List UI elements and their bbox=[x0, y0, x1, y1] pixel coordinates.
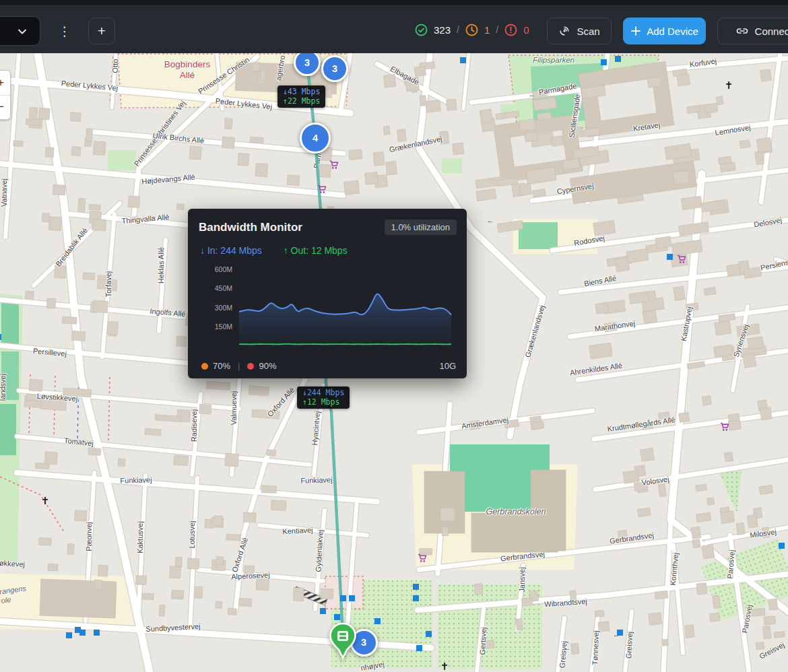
out-rate: ↑ Out: 12 Mbps bbox=[284, 245, 348, 256]
crit-threshold: 90% bbox=[259, 361, 276, 371]
device-square-marker[interactable] bbox=[460, 57, 466, 63]
device-square-marker[interactable] bbox=[320, 608, 326, 614]
warn-threshold: 70% bbox=[213, 361, 230, 371]
window-strip bbox=[0, 0, 788, 5]
supermarket-icon bbox=[317, 184, 327, 197]
in-rate: ↓ In: 244 Mbps bbox=[200, 245, 262, 256]
bandwidth-label: ↓244 Mbps↑12 Mbps bbox=[297, 387, 350, 409]
supermarket-icon bbox=[720, 422, 729, 434]
status-separator: / bbox=[496, 24, 498, 35]
device-square-marker[interactable] bbox=[615, 56, 621, 62]
plus-icon bbox=[630, 26, 641, 36]
device-square-marker[interactable] bbox=[79, 630, 86, 636]
device-square-marker[interactable] bbox=[374, 618, 381, 624]
clock-icon bbox=[465, 24, 478, 36]
scan-label: Scan bbox=[577, 26, 599, 37]
add-device-label: Add Device bbox=[647, 26, 698, 37]
bandwidth-chart: 600M450M300M150M bbox=[188, 263, 467, 351]
status-separator: / bbox=[457, 24, 459, 35]
church-cross-icon: ✝ bbox=[725, 79, 733, 92]
svg-text:450M: 450M bbox=[215, 284, 232, 292]
device-square-marker[interactable] bbox=[426, 631, 432, 637]
connect-label: Connect bbox=[755, 26, 788, 37]
link-icon bbox=[735, 25, 749, 37]
device-square-marker[interactable] bbox=[601, 59, 607, 65]
radar-icon bbox=[558, 25, 570, 37]
rate-summary: ↓ In: 244 Mbps ↑ Out: 12 Mbps bbox=[200, 245, 348, 256]
zoom-in-button[interactable]: + bbox=[0, 71, 10, 95]
bandwidth-monitor-popup: Bandwidth Monitor 1.0% utilization ↓ In:… bbox=[188, 209, 467, 378]
add-device-button[interactable]: Add Device bbox=[623, 18, 706, 44]
chevron-down-icon bbox=[17, 26, 28, 37]
device-square-marker[interactable] bbox=[94, 630, 100, 636]
ok-count: 323 bbox=[434, 24, 451, 36]
legend-divider: | bbox=[238, 361, 240, 371]
scan-button[interactable]: Scan bbox=[547, 18, 612, 44]
device-square-marker[interactable] bbox=[340, 595, 346, 601]
utilization-badge: 1.0% utilization bbox=[385, 220, 457, 235]
device-square-marker[interactable] bbox=[413, 595, 419, 601]
connect-button[interactable]: Connect bbox=[717, 18, 788, 44]
device-cluster-marker[interactable]: 3 bbox=[294, 49, 321, 76]
supermarket-icon bbox=[418, 553, 427, 566]
device-square-marker[interactable] bbox=[416, 645, 422, 651]
svg-text:600M: 600M bbox=[215, 265, 232, 273]
warn-dot-icon bbox=[201, 363, 208, 370]
device-cluster-marker[interactable]: 3 bbox=[321, 55, 348, 82]
device-square-marker[interactable] bbox=[66, 632, 72, 638]
add-tab-button[interactable]: + bbox=[88, 18, 115, 44]
church-cross-icon: ✝ bbox=[41, 495, 50, 507]
device-square-marker[interactable] bbox=[349, 595, 355, 601]
popup-title: Bandwidth Monitor bbox=[199, 221, 302, 234]
link-capacity: 10G bbox=[439, 361, 456, 371]
device-square-marker[interactable] bbox=[0, 334, 1, 340]
device-square-marker[interactable] bbox=[413, 584, 419, 590]
bandwidth-label: ↓43 Mbps↑22 Mbps bbox=[277, 86, 325, 108]
oneway-arrow-icon: ← bbox=[613, 630, 620, 638]
zoom-out-button[interactable]: − bbox=[0, 96, 10, 120]
map-zoom-control: + − bbox=[0, 70, 11, 120]
check-circle-icon bbox=[415, 24, 428, 36]
church-cross-icon: ✝ bbox=[440, 661, 449, 672]
device-status-summary: 323 / 1 / 0 bbox=[415, 6, 529, 53]
svg-text:300M: 300M bbox=[215, 304, 232, 312]
svg-text:150M: 150M bbox=[215, 323, 232, 331]
alert-circle-icon bbox=[504, 24, 517, 36]
threshold-legend: 70% | 90% 10G bbox=[201, 361, 456, 371]
top-toolbar: ⋮ + 323 / 1 / 0 Scan bbox=[0, 5, 788, 53]
pending-count: 1 bbox=[484, 24, 490, 36]
device-square-marker[interactable] bbox=[667, 254, 673, 260]
layers-dropdown-button[interactable] bbox=[0, 16, 40, 46]
supermarket-icon bbox=[329, 160, 339, 172]
device-square-marker[interactable] bbox=[334, 614, 340, 620]
device-pin-marker[interactable] bbox=[328, 622, 358, 663]
oneway-arrow-icon: ← bbox=[564, 644, 571, 652]
crit-dot-icon bbox=[247, 363, 254, 370]
device-square-marker[interactable] bbox=[779, 543, 785, 549]
oneway-arrow-icon: ← bbox=[487, 216, 494, 224]
more-options-button[interactable]: ⋮ bbox=[57, 18, 73, 44]
oneway-arrow-icon: ← bbox=[529, 90, 536, 98]
device-cluster-marker[interactable]: 4 bbox=[300, 123, 331, 154]
supermarket-icon bbox=[677, 255, 686, 267]
error-count: 0 bbox=[523, 24, 529, 36]
